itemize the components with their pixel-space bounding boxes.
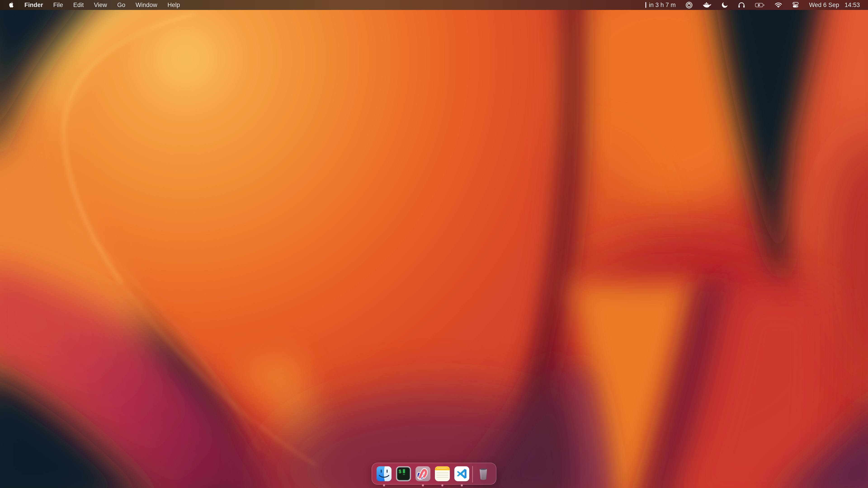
dock-item-a-letter-app[interactable] bbox=[415, 466, 430, 488]
desktop: Finder File Edit View Go Window Help in … bbox=[0, 0, 868, 488]
menu-bar-date: Wed 6 Sep bbox=[809, 2, 839, 8]
a-letter-app-icon bbox=[415, 466, 430, 481]
menu-edit[interactable]: Edit bbox=[73, 2, 84, 8]
wifi-icon[interactable] bbox=[775, 2, 782, 8]
timer-bar-icon bbox=[645, 2, 646, 8]
dock-item-finder[interactable] bbox=[377, 466, 392, 488]
desktop-wallpaper bbox=[0, 0, 868, 488]
clock[interactable]: Wed 6 Sep 14:53 bbox=[809, 2, 860, 8]
menu-view[interactable]: View bbox=[94, 2, 107, 8]
vscode-icon bbox=[454, 466, 469, 481]
running-indicator bbox=[383, 484, 385, 486]
power-ring-icon[interactable] bbox=[686, 2, 692, 8]
notes-icon bbox=[435, 466, 450, 481]
apple-menu[interactable] bbox=[8, 2, 14, 8]
dock-item-terminal[interactable]: $ bbox=[396, 466, 411, 488]
menu-bar-left: Finder File Edit View Go Window Help bbox=[0, 2, 180, 8]
running-indicator bbox=[422, 484, 424, 486]
svg-text:$: $ bbox=[399, 469, 401, 475]
menu-bar-status: in 3 h 7 m bbox=[645, 2, 868, 8]
control-center-icon[interactable] bbox=[792, 2, 799, 8]
docker-icon[interactable] bbox=[703, 2, 711, 8]
timer-text: in 3 h 7 m bbox=[649, 2, 676, 8]
dock-item-vscode[interactable] bbox=[454, 466, 469, 488]
dock-item-trash[interactable] bbox=[476, 466, 491, 488]
headphones-icon[interactable] bbox=[738, 2, 745, 8]
battery-charging-icon[interactable] bbox=[755, 3, 765, 7]
apple-logo-icon bbox=[8, 2, 14, 8]
trash-icon bbox=[476, 466, 491, 481]
dock: $ bbox=[372, 463, 496, 485]
menu-file[interactable]: File bbox=[53, 2, 63, 8]
running-indicator bbox=[461, 484, 463, 486]
menu-help[interactable]: Help bbox=[167, 2, 180, 8]
dock-separator bbox=[472, 466, 473, 483]
menu-window[interactable]: Window bbox=[135, 2, 157, 8]
active-app-menu[interactable]: Finder bbox=[24, 2, 43, 8]
moon-icon[interactable] bbox=[721, 2, 728, 8]
dock-item-notes[interactable] bbox=[435, 466, 450, 488]
running-indicator bbox=[441, 484, 443, 486]
timer-status-item[interactable]: in 3 h 7 m bbox=[645, 2, 676, 8]
finder-icon bbox=[377, 466, 392, 481]
terminal-icon: $ bbox=[396, 466, 411, 481]
menu-bar: Finder File Edit View Go Window Help in … bbox=[0, 0, 868, 10]
menu-bar-time: 14:53 bbox=[844, 2, 860, 8]
menu-go[interactable]: Go bbox=[117, 2, 125, 8]
